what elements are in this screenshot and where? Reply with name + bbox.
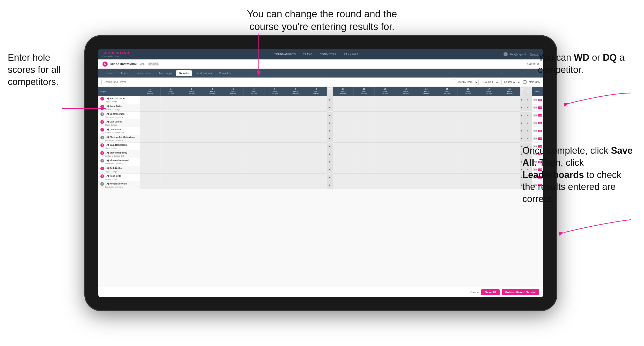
hole-9-score-input[interactable] xyxy=(307,129,326,132)
hole-9-input-row-9[interactable] xyxy=(306,166,327,173)
hole-10-score-input[interactable] xyxy=(334,153,353,155)
hole-5-score-input[interactable] xyxy=(224,137,243,140)
hole-15-input-row-3[interactable] xyxy=(437,119,457,127)
hole-5-score-input[interactable] xyxy=(224,153,243,155)
hole-16-score-input[interactable] xyxy=(458,160,477,163)
hole-4-score-input[interactable] xyxy=(203,137,222,140)
hole-6-score-input[interactable] xyxy=(245,160,263,163)
hole-4-score-input[interactable] xyxy=(203,145,222,148)
hole-16-score-input[interactable] xyxy=(458,129,477,132)
hole-8-score-input[interactable] xyxy=(286,168,305,171)
hole-13-input-row-6[interactable] xyxy=(395,142,416,150)
hole-6-input-row-1[interactable] xyxy=(243,104,264,111)
hole-2-score-input[interactable] xyxy=(161,145,180,148)
hole-3-score-input[interactable] xyxy=(182,168,201,171)
hole-17-score-input[interactable] xyxy=(479,153,498,155)
hole-2-score-input[interactable] xyxy=(161,129,180,132)
hole-3-score-input[interactable] xyxy=(182,106,201,109)
hole-9-score-input[interactable] xyxy=(307,145,326,148)
hole-18-score-input[interactable] xyxy=(500,114,519,117)
hole-2-input-row-7[interactable] xyxy=(160,150,181,158)
hole-6-input-row-7[interactable] xyxy=(243,150,264,158)
hole-14-score-input[interactable] xyxy=(417,106,436,109)
hole-12-score-input[interactable] xyxy=(375,176,394,179)
hole-16-input-row-1[interactable] xyxy=(457,104,478,111)
hole-10-input-row-4[interactable] xyxy=(333,127,354,135)
hole-7-input-row-10[interactable] xyxy=(264,173,285,181)
hole-17-score-input[interactable] xyxy=(479,145,498,148)
hole-3-input-row-0[interactable] xyxy=(181,96,202,104)
hole-18-input-row-0[interactable] xyxy=(499,96,520,104)
hole-4-input-row-0[interactable] xyxy=(202,96,223,104)
hole-15-input-row-9[interactable] xyxy=(437,166,457,173)
hole-6-score-input[interactable] xyxy=(245,106,263,109)
hole-3-score-input[interactable] xyxy=(182,176,201,179)
hole-4-input-row-9[interactable] xyxy=(202,166,223,173)
hole-4-score-input[interactable] xyxy=(203,106,222,109)
tab-teams[interactable]: Teams xyxy=(118,70,131,76)
hole-10-input-row-10[interactable] xyxy=(333,173,354,181)
hole-18-score-input[interactable] xyxy=(500,137,519,140)
dq-button[interactable]: DQ xyxy=(538,130,542,132)
hole-18-score-input[interactable] xyxy=(500,160,519,163)
hole-13-score-input[interactable] xyxy=(396,160,415,163)
hole-16-input-row-10[interactable] xyxy=(457,173,478,181)
hole-1-input-row-3[interactable] xyxy=(140,119,160,127)
hole-8-score-input[interactable] xyxy=(286,176,305,179)
wd-button[interactable]: WD xyxy=(533,130,538,132)
hole-2-score-input[interactable] xyxy=(161,122,180,124)
hole-7-score-input[interactable] xyxy=(265,168,284,171)
hole-14-input-row-5[interactable] xyxy=(416,135,437,142)
hole-13-score-input[interactable] xyxy=(396,98,415,101)
hole-18-input-row-4[interactable] xyxy=(499,127,520,135)
hole-12-score-input[interactable] xyxy=(375,153,394,155)
hole-1-input-row-8[interactable] xyxy=(140,158,160,166)
hole-10-score-input[interactable] xyxy=(334,98,353,101)
hole-2-input-row-4[interactable] xyxy=(160,127,181,135)
hole-10-score-input[interactable] xyxy=(334,168,353,171)
hole-18-input-row-10[interactable] xyxy=(499,173,520,181)
hole-11-score-input[interactable] xyxy=(354,145,373,148)
hole-5-score-input[interactable] xyxy=(224,122,243,124)
hole-4-input-row-4[interactable] xyxy=(202,127,223,135)
hole-11-input-row-0[interactable] xyxy=(354,96,374,104)
hole-5-input-row-8[interactable] xyxy=(223,158,243,166)
hole-14-score-input[interactable] xyxy=(417,168,436,171)
hole-7-input-row-2[interactable] xyxy=(264,111,285,119)
hole-8-score-input[interactable] xyxy=(286,122,305,124)
hole-14-score-input[interactable] xyxy=(417,160,436,163)
tab-tee-groups[interactable]: Tee Groups xyxy=(156,70,175,76)
tab-printables[interactable]: Printables xyxy=(216,70,234,76)
hole-3-input-row-1[interactable] xyxy=(181,104,202,111)
hole-14-score-input[interactable] xyxy=(417,98,436,101)
nav-rankings[interactable]: RANKINGS xyxy=(343,52,359,56)
hole-12-score-input[interactable] xyxy=(375,106,394,109)
hole-18-score-input[interactable] xyxy=(500,176,519,179)
wd-button[interactable]: WD xyxy=(533,106,538,109)
hole-5-input-row-2[interactable] xyxy=(223,111,243,119)
hole-16-score-input[interactable] xyxy=(458,98,477,101)
hole-16-score-input[interactable] xyxy=(458,153,477,155)
hole-5-input-row-4[interactable] xyxy=(223,127,243,135)
hole-12-input-row-7[interactable] xyxy=(374,150,395,158)
hole-8-input-row-2[interactable] xyxy=(285,111,306,119)
hole-13-input-row-7[interactable] xyxy=(395,150,416,158)
hole-16-input-row-8[interactable] xyxy=(457,158,478,166)
hole-10-input-row-7[interactable] xyxy=(333,150,354,158)
hole-9-score-input[interactable] xyxy=(307,184,326,186)
hole-6-score-input[interactable] xyxy=(245,168,263,171)
hole-11-score-input[interactable] xyxy=(354,160,373,163)
hole-3-score-input[interactable] xyxy=(182,160,201,163)
hole-17-input-row-0[interactable] xyxy=(478,96,499,104)
hole-1-input-row-9[interactable] xyxy=(140,166,160,173)
hole-18-input-row-5[interactable] xyxy=(499,135,520,142)
hole-4-input-row-11[interactable] xyxy=(202,181,223,189)
hole-8-score-input[interactable] xyxy=(286,160,305,163)
hole-16-score-input[interactable] xyxy=(458,114,477,117)
hole-7-input-row-3[interactable] xyxy=(264,119,285,127)
hole-2-score-input[interactable] xyxy=(161,160,180,163)
hole-13-input-row-4[interactable] xyxy=(395,127,416,135)
hole-16-score-input[interactable] xyxy=(458,168,477,171)
hole-2-input-row-3[interactable] xyxy=(160,119,181,127)
hole-8-input-row-4[interactable] xyxy=(285,127,306,135)
